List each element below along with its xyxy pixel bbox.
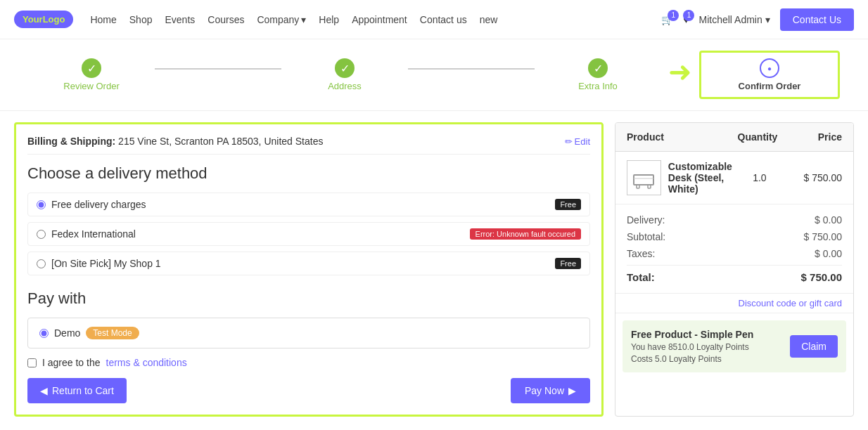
claim-button[interactable]: Claim — [790, 335, 838, 358]
step-confirm-label: Confirm Order — [739, 81, 801, 91]
cart-icon-container[interactable]: 🛒 1 — [661, 14, 673, 25]
subtotal-label: Subtotal: — [627, 231, 665, 242]
delivery-label-onsite: [On Site Pick] My Shop 1 — [51, 258, 161, 269]
logo-text1: Your — [23, 14, 43, 25]
taxes-value: $ 0.00 — [815, 248, 842, 259]
delivery-badge-free: Free — [555, 199, 581, 210]
delivery-radio-fedex[interactable] — [37, 230, 46, 239]
free-product-title: Free Product - Simple Pen — [631, 329, 753, 340]
contact-us-button[interactable]: Contact Us — [780, 8, 854, 31]
delivery-option-free: Free delivery charges Free — [27, 193, 590, 216]
terms-row: I agree to the terms & conditions — [27, 357, 590, 368]
billing-address: 215 Vine St, Scranton PA 18503, United S… — [118, 136, 323, 147]
payment-title: Pay with — [27, 289, 590, 308]
pay-now-button[interactable]: Pay Now ▶ — [511, 378, 590, 403]
step-review-label: Review Order — [63, 81, 119, 91]
billing-label: Billing & Shipping: — [27, 136, 115, 147]
nav-help[interactable]: Help — [319, 14, 339, 25]
discount-link[interactable]: Discount code or gift card — [615, 294, 853, 313]
step-arrow-icon: ➜ — [668, 56, 692, 88]
svg-rect-2 — [648, 185, 651, 188]
col-qty-header: Quantity — [729, 131, 786, 143]
delivery-badge-error: Error: Unknown fault occured — [470, 228, 581, 240]
step-address-label: Address — [328, 81, 362, 91]
payment-section: Pay with Demo Test Mode — [27, 289, 590, 348]
total-row: Total: $ 750.00 — [627, 265, 842, 286]
payment-demo-row: Demo Test Mode — [39, 327, 578, 339]
summary-header: Product Quantity Price — [615, 123, 853, 152]
delivery-options: Free delivery charges Free Fedex Interna… — [27, 193, 590, 275]
nav-events[interactable]: Events — [165, 14, 195, 25]
taxes-row: Taxes: $ 0.00 — [627, 245, 842, 262]
nav-appointment[interactable]: Appointment — [352, 14, 407, 25]
free-product-banner: Free Product - Simple Pen You have 8510.… — [623, 320, 846, 372]
terms-link[interactable]: terms & conditions — [106, 357, 187, 368]
nav-new[interactable]: new — [480, 14, 498, 25]
delivery-summary-label: Delivery: — [627, 214, 665, 226]
product-price: $ 750.00 — [787, 172, 842, 183]
cart-badge: 1 — [668, 10, 679, 21]
step-review-icon: ✓ — [82, 58, 101, 78]
billing-text: Billing & Shipping: 215 Vine St, Scranto… — [27, 136, 323, 147]
col-product-header: Product — [627, 131, 729, 143]
order-summary-panel: Product Quantity Price Customizable Desk… — [615, 122, 854, 417]
actions-row: ◀ Return to Cart Pay Now ▶ — [27, 378, 590, 403]
step-extrainfo-icon: ✓ — [588, 58, 608, 78]
nav-contact-us[interactable]: Contact us — [420, 14, 467, 25]
billing-row: Billing & Shipping: 215 Vine St, Scranto… — [27, 136, 590, 155]
payment-options-box: Demo Test Mode — [27, 318, 590, 348]
delivery-row: Delivery: $ 0.00 — [627, 211, 842, 228]
step-confirm-icon: ● — [760, 58, 779, 78]
product-qty: 1.0 — [732, 172, 787, 183]
pay-arrow-icon: ▶ — [568, 385, 576, 396]
nav-right: 🛒 1 ♥ 1 Mitchell Admin ▾ Contact Us — [661, 8, 854, 31]
svg-rect-1 — [637, 185, 639, 188]
product-row: Customizable Desk (Steel, White) 1.0 $ 7… — [615, 152, 853, 204]
payment-test-badge: Test Mode — [86, 327, 139, 339]
wishlist-icon-container[interactable]: ♥ 1 — [683, 14, 689, 25]
logo-text2: Logo — [43, 14, 65, 25]
delivery-radio-onsite[interactable] — [37, 259, 46, 268]
checkout-steps: ✓ Review Order ✓ Address ✓ Extra Info ➜ … — [0, 39, 868, 111]
subtotal-value: $ 750.00 — [804, 231, 843, 242]
step-line-2 — [408, 68, 535, 70]
terms-text: I agree to the — [42, 357, 101, 368]
payment-radio-demo[interactable] — [39, 329, 49, 338]
nav-shop[interactable]: Shop — [129, 14, 153, 25]
return-to-cart-button[interactable]: ◀ Return to Cart — [27, 378, 127, 403]
svg-rect-0 — [634, 175, 653, 185]
free-product-info: Free Product - Simple Pen You have 8510.… — [631, 329, 753, 364]
subtotal-row: Subtotal: $ 750.00 — [627, 228, 842, 245]
user-dropdown-icon: ▾ — [765, 14, 770, 25]
delivery-option-onsite: [On Site Pick] My Shop 1 Free — [27, 252, 590, 275]
total-label: Total: — [627, 271, 655, 283]
return-arrow-icon: ◀ — [40, 385, 48, 396]
delivery-label-fedex: Fedex International — [51, 228, 136, 240]
nav-courses[interactable]: Courses — [208, 14, 244, 25]
user-menu[interactable]: Mitchell Admin ▾ — [698, 14, 770, 25]
delivery-radio-free[interactable] — [37, 200, 46, 209]
step-confirm: ● Confirm Order — [699, 51, 840, 99]
step-extrainfo-label: Extra Info — [578, 81, 618, 91]
total-value: $ 750.00 — [801, 271, 842, 283]
edit-billing-link[interactable]: ✏ Edit — [565, 136, 590, 147]
delivery-label-free: Free delivery charges — [51, 199, 146, 210]
free-product-line1: You have 8510.0 Loyalty Points — [631, 342, 753, 352]
wishlist-badge: 1 — [683, 10, 694, 21]
step-extrainfo: ✓ Extra Info — [535, 58, 661, 91]
delivery-title: Choose a delivery method — [27, 164, 590, 183]
delivery-option-fedex: Fedex International Error: Unknown fault… — [27, 222, 590, 246]
nav-company[interactable]: Company ▾ — [257, 14, 306, 25]
step-review: ✓ Review Order — [28, 58, 155, 91]
terms-checkbox[interactable] — [27, 358, 37, 367]
payment-label-demo: Demo — [54, 327, 80, 339]
free-product-line2: Costs 5.0 Loyalty Points — [631, 354, 753, 364]
taxes-label: Taxes: — [627, 248, 655, 259]
edit-icon: ✏ — [565, 136, 573, 147]
delivery-badge-onsite-free: Free — [555, 258, 581, 269]
user-name: Mitchell Admin — [698, 14, 762, 25]
logo[interactable]: YourLogo — [14, 11, 73, 28]
nav-home[interactable]: Home — [90, 14, 116, 25]
order-totals: Delivery: $ 0.00 Subtotal: $ 750.00 Taxe… — [615, 204, 853, 294]
step-address: ✓ Address — [281, 58, 408, 91]
